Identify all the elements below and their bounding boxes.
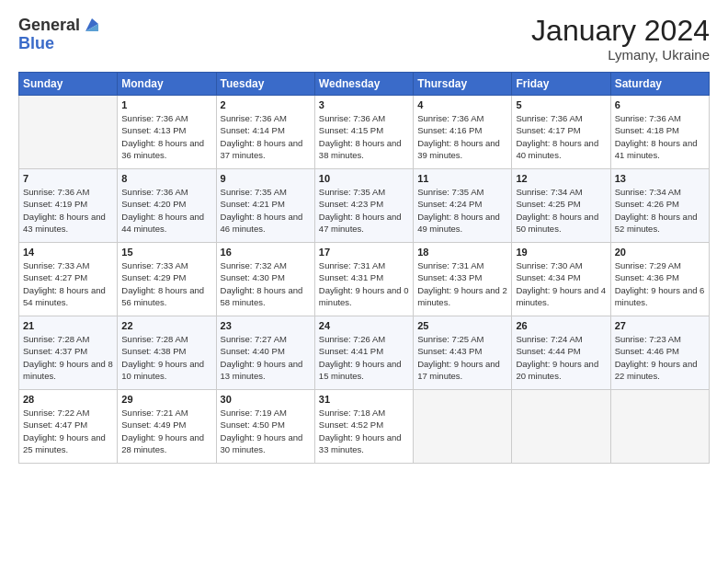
day-info: Sunrise: 7:34 AMSunset: 4:26 PMDaylight:… [615, 186, 705, 235]
cell-0-3: 3Sunrise: 7:36 AMSunset: 4:15 PMDaylight… [314, 96, 413, 169]
day-number: 19 [516, 247, 606, 258]
day-info: Sunrise: 7:35 AMSunset: 4:21 PMDaylight:… [221, 186, 311, 235]
month-title: January 2024 [531, 15, 710, 47]
cell-1-2: 9Sunrise: 7:35 AMSunset: 4:21 PMDaylight… [216, 169, 314, 243]
col-saturday: Saturday [610, 73, 709, 96]
cell-0-2: 2Sunrise: 7:36 AMSunset: 4:14 PMDaylight… [216, 96, 314, 169]
day-number: 22 [121, 320, 211, 331]
day-info: Sunrise: 7:33 AMSunset: 4:29 PMDaylight:… [121, 259, 211, 308]
day-number: 4 [417, 99, 507, 110]
cell-4-6 [610, 390, 709, 464]
day-number: 12 [516, 173, 606, 184]
col-thursday: Thursday [414, 73, 512, 96]
logo: General Blue [18, 15, 102, 52]
day-info: Sunrise: 7:34 AMSunset: 4:25 PMDaylight:… [516, 186, 606, 235]
col-sunday: Sunday [19, 73, 118, 96]
day-info: Sunrise: 7:18 AMSunset: 4:52 PMDaylight:… [319, 407, 409, 455]
cell-4-1: 29Sunrise: 7:21 AMSunset: 4:49 PMDayligh… [118, 390, 216, 464]
day-info: Sunrise: 7:31 AMSunset: 4:31 PMDaylight:… [319, 259, 409, 308]
cell-4-4 [414, 390, 512, 464]
day-info: Sunrise: 7:36 AMSunset: 4:19 PMDaylight:… [23, 186, 113, 235]
day-number: 3 [319, 99, 409, 110]
day-number: 14 [23, 247, 113, 258]
cell-3-3: 24Sunrise: 7:26 AMSunset: 4:41 PMDayligh… [314, 316, 413, 390]
day-info: Sunrise: 7:36 AMSunset: 4:13 PMDaylight:… [121, 112, 211, 161]
day-info: Sunrise: 7:21 AMSunset: 4:49 PMDaylight:… [121, 407, 211, 455]
day-number: 9 [221, 173, 311, 184]
cell-1-0: 7Sunrise: 7:36 AMSunset: 4:19 PMDaylight… [19, 169, 118, 243]
day-number: 2 [221, 99, 311, 110]
day-number: 8 [121, 173, 211, 184]
day-info: Sunrise: 7:19 AMSunset: 4:50 PMDaylight:… [221, 407, 311, 455]
day-info: Sunrise: 7:25 AMSunset: 4:43 PMDaylight:… [417, 333, 507, 382]
cell-3-1: 22Sunrise: 7:28 AMSunset: 4:38 PMDayligh… [118, 316, 216, 390]
day-number: 21 [23, 320, 113, 331]
day-number: 1 [121, 99, 211, 110]
day-number: 16 [221, 247, 311, 258]
cell-2-2: 16Sunrise: 7:32 AMSunset: 4:30 PMDayligh… [216, 243, 314, 316]
week-row-2: 14Sunrise: 7:33 AMSunset: 4:27 PMDayligh… [19, 243, 710, 316]
day-info: Sunrise: 7:31 AMSunset: 4:33 PMDaylight:… [417, 259, 507, 308]
cell-2-4: 18Sunrise: 7:31 AMSunset: 4:33 PMDayligh… [414, 243, 512, 316]
cell-3-0: 21Sunrise: 7:28 AMSunset: 4:37 PMDayligh… [19, 316, 118, 390]
cell-1-6: 13Sunrise: 7:34 AMSunset: 4:26 PMDayligh… [610, 169, 709, 243]
cell-1-3: 10Sunrise: 7:35 AMSunset: 4:23 PMDayligh… [314, 169, 413, 243]
day-info: Sunrise: 7:36 AMSunset: 4:17 PMDaylight:… [516, 112, 606, 161]
day-number: 7 [23, 173, 113, 184]
cell-3-5: 26Sunrise: 7:24 AMSunset: 4:44 PMDayligh… [512, 316, 610, 390]
day-number: 31 [319, 394, 409, 405]
logo-block: General Blue [18, 15, 102, 52]
day-number: 25 [417, 320, 507, 331]
day-info: Sunrise: 7:28 AMSunset: 4:38 PMDaylight:… [121, 333, 211, 382]
header: General Blue January 2024 Lymany, Ukrain… [18, 15, 710, 63]
day-info: Sunrise: 7:36 AMSunset: 4:20 PMDaylight:… [121, 186, 211, 235]
week-row-4: 28Sunrise: 7:22 AMSunset: 4:47 PMDayligh… [19, 390, 710, 464]
cell-0-1: 1Sunrise: 7:36 AMSunset: 4:13 PMDaylight… [118, 96, 216, 169]
day-info: Sunrise: 7:35 AMSunset: 4:24 PMDaylight:… [417, 186, 507, 235]
cell-0-5: 5Sunrise: 7:36 AMSunset: 4:17 PMDaylight… [512, 96, 610, 169]
location-title: Lymany, Ukraine [531, 47, 710, 63]
day-info: Sunrise: 7:32 AMSunset: 4:30 PMDaylight:… [221, 259, 311, 308]
col-tuesday: Tuesday [216, 73, 314, 96]
cell-4-3: 31Sunrise: 7:18 AMSunset: 4:52 PMDayligh… [314, 390, 413, 464]
day-number: 27 [615, 320, 705, 331]
day-number: 26 [516, 320, 606, 331]
day-info: Sunrise: 7:28 AMSunset: 4:37 PMDaylight:… [23, 333, 113, 382]
cell-0-0 [19, 96, 118, 169]
cell-2-6: 20Sunrise: 7:29 AMSunset: 4:36 PMDayligh… [610, 243, 709, 316]
day-info: Sunrise: 7:29 AMSunset: 4:36 PMDaylight:… [615, 259, 705, 308]
day-number: 10 [319, 173, 409, 184]
day-info: Sunrise: 7:36 AMSunset: 4:15 PMDaylight:… [319, 112, 409, 161]
week-row-3: 21Sunrise: 7:28 AMSunset: 4:37 PMDayligh… [19, 316, 710, 390]
day-number: 17 [319, 247, 409, 258]
cell-0-4: 4Sunrise: 7:36 AMSunset: 4:16 PMDaylight… [414, 96, 512, 169]
day-number: 20 [615, 247, 705, 258]
day-number: 29 [121, 394, 211, 405]
day-number: 5 [516, 99, 606, 110]
day-info: Sunrise: 7:27 AMSunset: 4:40 PMDaylight:… [221, 333, 311, 382]
day-info: Sunrise: 7:36 AMSunset: 4:18 PMDaylight:… [615, 112, 705, 161]
cell-3-6: 27Sunrise: 7:23 AMSunset: 4:46 PMDayligh… [610, 316, 709, 390]
cell-4-2: 30Sunrise: 7:19 AMSunset: 4:50 PMDayligh… [216, 390, 314, 464]
cell-2-3: 17Sunrise: 7:31 AMSunset: 4:31 PMDayligh… [314, 243, 413, 316]
title-block: January 2024 Lymany, Ukraine [531, 15, 710, 63]
cell-2-5: 19Sunrise: 7:30 AMSunset: 4:34 PMDayligh… [512, 243, 610, 316]
day-info: Sunrise: 7:30 AMSunset: 4:34 PMDaylight:… [516, 259, 606, 308]
page: General Blue January 2024 Lymany, Ukrain… [0, 0, 728, 563]
cell-1-4: 11Sunrise: 7:35 AMSunset: 4:24 PMDayligh… [414, 169, 512, 243]
day-number: 24 [319, 320, 409, 331]
day-info: Sunrise: 7:23 AMSunset: 4:46 PMDaylight:… [615, 333, 705, 382]
day-number: 30 [221, 394, 311, 405]
day-info: Sunrise: 7:33 AMSunset: 4:27 PMDaylight:… [23, 259, 113, 308]
header-row: Sunday Monday Tuesday Wednesday Thursday… [19, 73, 710, 96]
day-info: Sunrise: 7:36 AMSunset: 4:16 PMDaylight:… [417, 112, 507, 161]
day-info: Sunrise: 7:22 AMSunset: 4:47 PMDaylight:… [23, 407, 113, 455]
day-number: 13 [615, 173, 705, 184]
col-friday: Friday [512, 73, 610, 96]
day-number: 6 [615, 99, 705, 110]
col-wednesday: Wednesday [314, 73, 413, 96]
week-row-1: 7Sunrise: 7:36 AMSunset: 4:19 PMDaylight… [19, 169, 710, 243]
day-number: 18 [417, 247, 507, 258]
cell-2-0: 14Sunrise: 7:33 AMSunset: 4:27 PMDayligh… [19, 243, 118, 316]
cell-0-6: 6Sunrise: 7:36 AMSunset: 4:18 PMDaylight… [610, 96, 709, 169]
